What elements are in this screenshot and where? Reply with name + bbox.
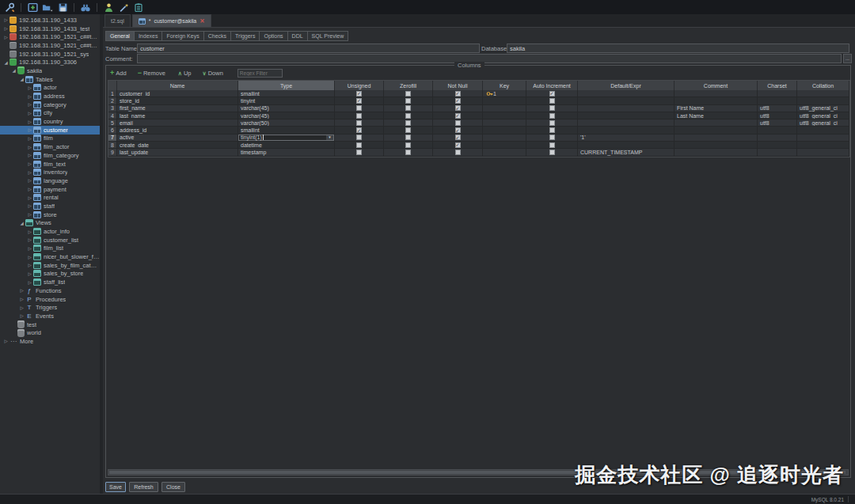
auto-increment-cell[interactable] (526, 135, 578, 141)
not-null-checkbox[interactable] (455, 150, 461, 155)
tree-item-192-168-31-190-1521-c-test2[interactable]: 192.168.31.190_1521_c##test2 (0, 41, 100, 50)
zerofill-checkbox[interactable] (405, 120, 411, 126)
tree-item-staff-list[interactable]: ▷staff_list (0, 278, 100, 286)
default-expr-cell[interactable] (578, 119, 674, 126)
not-null-checkbox[interactable]: ✓ (455, 91, 461, 97)
default-expr-cell[interactable] (578, 112, 674, 119)
tree-item-film-list[interactable]: ▷film_list (0, 244, 100, 253)
type-cell[interactable]: varchar(50) (238, 119, 335, 126)
key-cell[interactable] (483, 135, 526, 141)
tab-ddl[interactable]: DDL (287, 31, 308, 41)
not-null-checkbox-cell[interactable]: ✓ (433, 105, 483, 112)
tree-item-events[interactable]: ▷EEvents (0, 312, 100, 320)
charset-cell[interactable] (758, 135, 797, 141)
charset-cell[interactable]: utf8 (758, 105, 797, 112)
comment-cell[interactable] (674, 149, 758, 155)
comment-cell[interactable] (674, 97, 758, 104)
move-down-button[interactable]: ∨ Down (203, 70, 223, 77)
charset-cell[interactable] (758, 142, 797, 148)
row-number[interactable]: 5 (108, 119, 117, 126)
collation-cell[interactable] (797, 142, 849, 148)
unsigned-checkbox-cell[interactable] (335, 135, 384, 141)
charset-cell[interactable] (758, 97, 797, 104)
tree-item-staff[interactable]: ▷staff (0, 202, 100, 210)
chevron-collapsed-icon[interactable]: ▷ (2, 26, 10, 31)
not-null-checkbox[interactable]: ✓ (455, 135, 461, 140)
type-cell[interactable]: timestamp (238, 149, 335, 155)
col-header-default-expr[interactable]: Default/Expr (578, 81, 674, 90)
default-expr-cell[interactable]: '1' (578, 135, 674, 141)
tree-item-sakila[interactable]: ◢sakila (0, 66, 100, 75)
chevron-collapsed-icon[interactable]: ▷ (26, 119, 33, 124)
zerofill-checkbox-cell[interactable] (384, 119, 433, 126)
zerofill-checkbox-cell[interactable] (384, 127, 433, 133)
table-name-input[interactable] (137, 44, 480, 53)
tree-item-sales-by-store[interactable]: ▷sales_by_store (0, 270, 100, 279)
tree-item-tables[interactable]: ◢Tables (0, 75, 100, 84)
tree-item-film[interactable]: ▷film (0, 135, 100, 143)
regex-filter-input[interactable] (238, 69, 283, 78)
chevron-collapsed-icon[interactable]: ▷ (26, 187, 33, 191)
tree-item-sales-by-film-category[interactable]: ▷sales_by_film_category (0, 261, 100, 270)
open-folder-icon[interactable] (42, 2, 53, 13)
chevron-collapsed-icon[interactable]: ▷ (26, 94, 33, 99)
tree-item-country[interactable]: ▷country (0, 117, 100, 126)
name-cell[interactable]: email (117, 119, 238, 126)
collation-cell[interactable]: utf8_general_ci (797, 119, 849, 126)
auto-increment-cell[interactable] (526, 97, 578, 104)
type-cell[interactable]: tinyint (238, 97, 335, 104)
not-null-checkbox-cell[interactable] (433, 119, 483, 126)
name-cell[interactable]: last_update (117, 149, 238, 155)
tree-item-192-168-31-190-1433-test[interactable]: ▷192.168.31.190_1433_test (0, 25, 100, 33)
type-cell[interactable]: datetime (238, 142, 335, 148)
key-cell[interactable] (483, 149, 526, 155)
chevron-collapsed-icon[interactable]: ▷ (26, 212, 33, 217)
tree-item-test[interactable]: test (0, 320, 100, 329)
not-null-checkbox[interactable]: ✓ (455, 98, 461, 104)
not-null-checkbox[interactable]: ✓ (455, 127, 461, 133)
connect-wrench-icon[interactable] (4, 2, 15, 13)
tree-item-film-category[interactable]: ▷film_category (0, 151, 100, 160)
comment-input[interactable] (137, 54, 842, 63)
type-cell[interactable]: smallint (238, 90, 335, 97)
unsigned-checkbox[interactable]: ✓ (356, 91, 362, 97)
chevron-collapsed-icon[interactable]: ▷ (18, 288, 25, 293)
zerofill-checkbox[interactable] (405, 113, 411, 119)
key-cell[interactable] (483, 112, 526, 119)
unsigned-checkbox[interactable] (356, 120, 362, 126)
tree-item-192-168-31-190-1433[interactable]: ▷192.168.31.190_1433 (0, 16, 100, 25)
tree-item-rental[interactable]: ▷rental (0, 193, 100, 202)
not-null-checkbox[interactable]: ✓ (455, 142, 461, 148)
comment-ellipsis-button[interactable]: ... (843, 54, 852, 63)
key-cell[interactable] (483, 119, 526, 126)
chevron-collapsed-icon[interactable]: ▷ (18, 305, 25, 310)
add-column-button[interactable]: + Add (110, 70, 127, 77)
auto-increment-cell[interactable] (526, 127, 578, 133)
auto-increment-cell[interactable] (526, 105, 578, 112)
auto-increment-checkbox[interactable] (549, 98, 555, 104)
not-null-checkbox-cell[interactable]: ✓ (433, 97, 483, 104)
unsigned-checkbox[interactable] (356, 142, 362, 148)
tree-item-functions[interactable]: ▷ƒFunctions (0, 286, 100, 295)
unsigned-checkbox-cell[interactable] (335, 105, 384, 112)
chevron-collapsed-icon[interactable]: ▷ (26, 255, 33, 260)
tab-checks[interactable]: Checks (203, 31, 231, 41)
unsigned-checkbox-cell[interactable]: ✓ (335, 127, 384, 133)
chevron-collapsed-icon[interactable]: ▷ (26, 111, 33, 116)
zerofill-checkbox[interactable] (405, 150, 411, 155)
tree-item-inventory[interactable]: ▷inventory (0, 168, 100, 176)
chevron-expanded-icon[interactable]: ◢ (10, 68, 17, 73)
collation-cell[interactable] (797, 135, 849, 141)
default-expr-cell[interactable] (578, 90, 674, 97)
collation-cell[interactable]: utf8_general_ci (797, 105, 849, 112)
database-input[interactable] (507, 44, 849, 53)
zerofill-checkbox[interactable] (405, 105, 411, 111)
key-cell[interactable]: 1 (483, 90, 526, 97)
chevron-collapsed-icon[interactable]: ▷ (26, 127, 33, 132)
type-cell[interactable]: smallint (238, 127, 335, 133)
unsigned-checkbox[interactable]: ✓ (356, 98, 362, 104)
chevron-collapsed-icon[interactable]: ▷ (2, 17, 10, 22)
col-header-name[interactable]: Name (117, 81, 238, 90)
col-header-unsigned[interactable]: Unsigned (335, 81, 384, 90)
tree-item-nicer-but-slower-film-list[interactable]: ▷nicer_but_slower_film_list (0, 252, 100, 261)
